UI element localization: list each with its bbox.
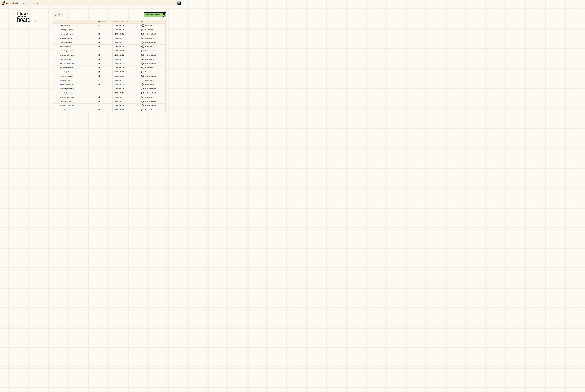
email-value: wthomas@outlook.com — [60, 96, 74, 98]
outreach-tally — [98, 109, 100, 110]
date-cell: 12th March 2024 — [112, 82, 139, 86]
email-value: nwalker@outlook.com — [60, 84, 73, 86]
table-row[interactable]: nlee@outlook.com 12th March 2024 Reached… — [53, 44, 166, 49]
filter-button[interactable]: Filter — [53, 12, 62, 17]
table-row[interactable]: yperez@hotmail.com 12th March 2024 Reach… — [53, 108, 166, 112]
status-label: Reached out — [145, 29, 154, 31]
page-title: User board — [17, 12, 35, 22]
status-label: Call scheduled — [145, 92, 156, 94]
status-face-icon — [140, 37, 144, 40]
outreach-cell — [96, 44, 112, 49]
table-row[interactable]: cmartin@outlook.com 12th March 2024 Not … — [53, 40, 166, 44]
email-cell: sramirez@outlook.com — [58, 28, 96, 32]
status-face-icon — [140, 49, 144, 52]
table-row[interactable]: agonzalez@icloud.com 12th March 2024 Unr… — [53, 70, 166, 74]
table-row[interactable]: jlee@icloud.com 12th March 2024 Reached … — [53, 78, 166, 82]
email-value: cbrown@outlook.com — [60, 33, 73, 35]
email-cell: tanderson@yahoo.com — [58, 104, 96, 108]
table-row[interactable]: xhill@hotmail.com 12th March 2024 Call s… — [53, 99, 166, 104]
pencil-icon — [162, 11, 166, 18]
date-cell: 12th March 2024 — [112, 66, 139, 70]
row-cell-empty — [53, 70, 58, 74]
compose-send-email-button[interactable]: Compose and send email — [144, 12, 166, 17]
status-label: Unresponsive — [145, 96, 155, 98]
outreach-tally — [98, 67, 100, 68]
row-cell-empty — [53, 104, 58, 108]
date-cell: 12th March 2024 — [112, 28, 139, 32]
trash-icon-ghost — [74, 14, 77, 16]
row-cell-empty — [53, 49, 58, 53]
status-face-icon — [140, 54, 144, 56]
table-row[interactable]: nwalker@outlook.com 12th March 2024 Unre… — [53, 82, 166, 87]
user-avatar[interactable]: SL — [178, 2, 181, 5]
date-value: 12th March 2024 — [114, 84, 124, 86]
status-face-icon — [140, 62, 144, 65]
email-cell: ogonzalez@outlook.com — [58, 49, 96, 53]
email-value: xhill@hotmail.com — [60, 58, 71, 60]
status-face-icon — [140, 100, 144, 103]
status-label: Not reached out — [145, 42, 156, 43]
table-row[interactable]: cbrown@outlook.com 12th March 2024 Call … — [53, 32, 166, 36]
date-cell: 12th March 2024 — [112, 40, 139, 44]
status-face-icon — [140, 28, 144, 31]
nav-item-history[interactable]: History — [33, 2, 38, 4]
email-value: cmartin@outlook.com — [60, 42, 73, 43]
table-row[interactable]: ogonzalez@outlook.com 12th March 2024 Un… — [53, 49, 166, 53]
page-title-line2: board — [17, 17, 30, 22]
status-cell: Unresponsive — [139, 70, 166, 74]
status-cell: Call scheduled — [139, 74, 166, 78]
outreach-cell — [96, 53, 112, 57]
status-label: Reached out — [145, 67, 154, 68]
date-value: 12th March 2024 — [114, 75, 124, 77]
date-value: 12th March 2024 — [114, 37, 124, 39]
table-row[interactable]: agonzalez@icloud.com 12th March 2024 Cal… — [53, 87, 166, 91]
sort-icon[interactable] — [126, 21, 128, 22]
info-button[interactable] — [34, 19, 38, 23]
table-row[interactable]: wthomas@outlook.com 12th March 2024 Unre… — [53, 95, 166, 99]
top-navbar: Samplesize.io Users History SL — [0, 0, 182, 6]
date-value: 12th March 2024 — [114, 50, 124, 52]
table-row[interactable]: wthomas@outlook.com 12th March 2024 Call… — [53, 53, 166, 57]
column-label-email: Email — [60, 21, 63, 23]
table-row[interactable]: dnguyen@icloud.com 12th March 2024 Reach… — [53, 66, 166, 70]
status-cell: Call scheduled — [139, 99, 166, 104]
outreach-cell — [96, 104, 112, 108]
outreach-tally — [98, 46, 100, 47]
row-cell-empty — [53, 53, 58, 57]
outreach-tally — [98, 105, 99, 106]
outreach-tally — [98, 29, 98, 30]
outreach-cell — [96, 91, 112, 95]
header-cell-email[interactable]: Email — [58, 20, 96, 24]
table-row[interactable]: agonzalez@icloud.com 12th March 2024 Cal… — [53, 62, 166, 66]
status-cell: Call scheduled — [139, 32, 166, 36]
status-label: Reached out — [145, 46, 154, 48]
table-row[interactable]: ogonzalez@outlook.com 12th March 2024 Ca… — [53, 91, 166, 95]
table-row[interactable]: xhill@hotmail.com 12th March 2024 Unresp… — [53, 57, 166, 62]
nav-item-users[interactable]: Users — [23, 2, 28, 4]
table-row[interactable]: sramirez@outlook.com 12th March 2024 Rea… — [53, 28, 166, 32]
table-row[interactable]: jwright@yahoo.com 12th March 2024 Unresp… — [53, 36, 166, 40]
filter-icon — [54, 14, 56, 16]
date-value: 12th March 2024 — [114, 25, 124, 26]
email-value: sramirez@outlook.com — [60, 29, 74, 31]
email-cell: cmartin@outlook.com — [58, 40, 96, 44]
table-row[interactable]: sjohnson@aol.com 12th March 2024 Reached… — [53, 24, 166, 28]
date-cell: 12th March 2024 — [112, 53, 139, 57]
row-cell-empty — [53, 44, 58, 49]
sort-icon[interactable] — [146, 21, 147, 22]
status-cell: Reached out — [139, 44, 166, 49]
row-cell-empty — [53, 57, 58, 61]
status-label: Reached out — [145, 109, 154, 111]
status-cell: Reached out — [139, 78, 166, 82]
sort-icon[interactable] — [108, 21, 110, 22]
email-value: yperez@hotmail.com — [60, 109, 72, 111]
table-row[interactable]: tanderson@yahoo.com 12th March 2024 Call… — [53, 104, 166, 108]
header-cell-last-reached-out[interactable]: Last reached out — [112, 20, 139, 24]
status-face-icon — [140, 66, 144, 69]
filter-label: Filter — [58, 14, 61, 16]
status-face-icon — [140, 92, 144, 94]
table-row[interactable]: jjohnson@icloud.com 12th March 2024 Call… — [53, 74, 166, 78]
status-face-icon — [140, 108, 144, 111]
header-cell-outreach-count[interactable]: Outreach count — [96, 20, 112, 24]
header-cell-status[interactable]: Status — [139, 20, 166, 24]
